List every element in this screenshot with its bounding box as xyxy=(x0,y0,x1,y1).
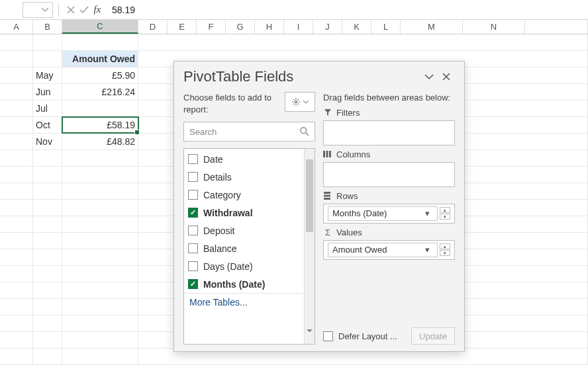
field-deposit[interactable]: Deposit xyxy=(184,222,304,239)
close-icon xyxy=(442,73,450,81)
field-label: Details xyxy=(203,172,232,183)
defer-checkbox[interactable] xyxy=(323,331,333,341)
layout-options-button[interactable] xyxy=(285,92,315,112)
col-header-J[interactable]: J xyxy=(313,20,342,34)
row-label[interactable]: Nov xyxy=(33,134,62,149)
checkbox-icon[interactable] xyxy=(188,261,198,271)
checkbox-icon[interactable] xyxy=(188,243,198,253)
col-header-N[interactable]: N xyxy=(463,20,525,34)
row-label[interactable]: May xyxy=(33,67,62,83)
name-box-dropdown[interactable] xyxy=(23,2,53,18)
col-header-F[interactable]: F xyxy=(197,20,226,34)
row-value[interactable]: £216.24 xyxy=(62,84,138,100)
row-value[interactable]: £5.90 xyxy=(62,67,138,83)
col-header-A[interactable]: A xyxy=(0,20,33,34)
chevron-down-icon xyxy=(42,8,48,12)
row-value[interactable] xyxy=(62,101,138,116)
field-label: Days (Date) xyxy=(203,261,253,272)
col-header-G[interactable]: G xyxy=(226,20,255,34)
field-label: Balance xyxy=(203,243,237,254)
panel-title: PivotTable Fields xyxy=(183,68,420,85)
row-label[interactable]: Jul xyxy=(33,101,62,116)
drag-fields-label: Drag fields between areas below: xyxy=(323,92,455,104)
checkbox-checked-icon[interactable]: ✓ xyxy=(188,279,198,289)
svg-point-0 xyxy=(295,101,297,103)
search-icon xyxy=(300,127,309,136)
checkbox-icon[interactable] xyxy=(188,172,198,182)
col-header-rest xyxy=(525,20,588,34)
reorder-stepper[interactable]: ▴▾ xyxy=(440,207,450,220)
col-header-I[interactable]: I xyxy=(284,20,313,34)
col-header-H[interactable]: H xyxy=(255,20,284,34)
col-header-L[interactable]: L xyxy=(371,20,401,34)
collapse-button[interactable] xyxy=(420,68,438,85)
col-header-E[interactable]: E xyxy=(168,20,197,34)
svg-line-2 xyxy=(306,133,309,136)
pivot-header[interactable]: Amount Owed xyxy=(62,51,138,67)
accept-formula-button[interactable] xyxy=(77,3,91,17)
svg-rect-4 xyxy=(326,151,328,157)
field-months-date[interactable]: ✓Months (Date) xyxy=(184,275,304,293)
checkbox-icon[interactable] xyxy=(188,226,198,235)
svg-rect-5 xyxy=(329,151,331,157)
cancel-formula-button[interactable] xyxy=(64,3,77,17)
column-headers: A B C D E F G H I J K L M N xyxy=(0,20,588,34)
checkbox-icon[interactable] xyxy=(188,190,198,200)
field-withdrawal[interactable]: ✓Withdrawal xyxy=(184,204,304,222)
scrollbar[interactable] xyxy=(304,149,315,344)
col-header-C[interactable]: C xyxy=(62,20,138,34)
check-icon xyxy=(79,6,89,14)
sigma-icon: Σ xyxy=(323,228,332,237)
col-header-M[interactable]: M xyxy=(401,20,463,34)
search-placeholder: Search xyxy=(189,127,300,137)
values-field-chip[interactable]: Amount Owed ▾ xyxy=(328,243,438,257)
checkbox-checked-icon[interactable]: ✓ xyxy=(188,208,198,218)
field-balance[interactable]: Balance xyxy=(184,239,304,257)
field-days-date[interactable]: Days (Date) xyxy=(184,257,304,275)
more-tables-link[interactable]: More Tables... xyxy=(184,293,304,311)
formula-bar: fx 58.19 xyxy=(0,0,588,20)
rows-field-chip[interactable]: Months (Date) ▾ xyxy=(328,206,438,221)
svg-rect-7 xyxy=(324,195,330,197)
scrollbar-thumb[interactable] xyxy=(306,159,313,232)
update-button: Update xyxy=(411,327,455,345)
col-header-B[interactable]: B xyxy=(33,20,62,34)
row-value[interactable]: £48.82 xyxy=(62,134,138,149)
field-details[interactable]: Details xyxy=(184,168,304,186)
field-label: Date xyxy=(203,154,223,165)
formula-input[interactable]: 58.19 xyxy=(104,5,588,15)
rows-drop-area[interactable]: Months (Date) ▾ ▴▾ xyxy=(323,204,455,224)
chevron-down-icon xyxy=(424,74,434,79)
values-area-label: Σ Values xyxy=(323,228,455,237)
field-category[interactable]: Category xyxy=(184,186,304,204)
field-label: Deposit xyxy=(203,226,234,236)
close-button[interactable] xyxy=(438,68,455,85)
field-list: Date Details Category ✓Withdrawal Deposi… xyxy=(183,148,315,345)
checkbox-icon[interactable] xyxy=(188,154,198,164)
svg-rect-8 xyxy=(324,198,330,200)
svg-rect-6 xyxy=(324,192,330,194)
row-label[interactable]: Jun xyxy=(33,84,62,100)
rows-area-label: Rows xyxy=(323,191,455,201)
field-date[interactable]: Date xyxy=(184,150,304,168)
selected-cell[interactable]: £58.19 xyxy=(62,117,138,133)
chip-label: Months (Date) xyxy=(332,208,421,218)
areas-column: Drag fields between areas below: Filters… xyxy=(323,92,455,345)
chevron-down-icon[interactable]: ▾ xyxy=(421,245,433,255)
x-icon xyxy=(67,6,75,14)
gear-icon xyxy=(291,97,301,106)
columns-drop-area[interactable] xyxy=(323,162,455,187)
insert-function-button[interactable]: fx xyxy=(91,3,104,17)
chevron-down-icon[interactable]: ▾ xyxy=(421,208,433,218)
col-header-K[interactable]: K xyxy=(342,20,371,34)
chip-label: Amount Owed xyxy=(332,245,421,255)
field-label: Category xyxy=(203,190,241,200)
filters-drop-area[interactable] xyxy=(323,120,455,145)
search-input[interactable]: Search xyxy=(183,122,315,142)
svg-rect-3 xyxy=(323,151,325,157)
row-label[interactable]: Oct xyxy=(33,117,62,133)
choose-fields-label: Choose fields to add to report: xyxy=(183,92,278,115)
reorder-stepper[interactable]: ▴▾ xyxy=(440,243,450,256)
col-header-D[interactable]: D xyxy=(138,20,168,34)
values-drop-area[interactable]: Amount Owed ▾ ▴▾ xyxy=(323,240,455,260)
